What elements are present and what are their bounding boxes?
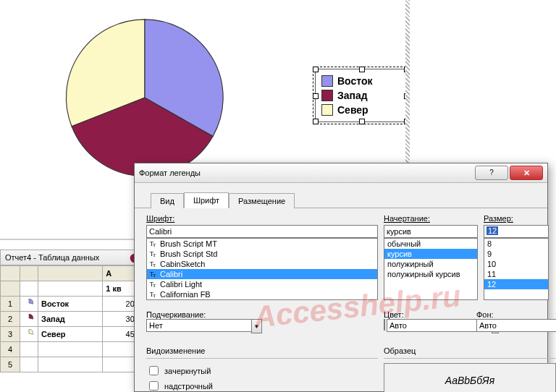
- datasheet[interactable]: Отчет4 - Таблица данных A 1 кв 1Восток20…: [0, 250, 145, 372]
- tab-view[interactable]: Вид: [151, 193, 184, 208]
- color-group: Цвет: ▼: [384, 310, 471, 333]
- cell[interactable]: [20, 357, 38, 372]
- list-item[interactable]: TTCabinSketch: [147, 259, 377, 269]
- row-header[interactable]: 5: [1, 357, 20, 372]
- table-row[interactable]: 2Запад30,6: [1, 312, 145, 327]
- close-button[interactable]: ✕: [510, 166, 543, 180]
- list-item[interactable]: 9: [484, 249, 548, 259]
- row-header[interactable]: 1: [1, 297, 20, 312]
- legend-swatch: [321, 104, 333, 116]
- dialog-titlebar[interactable]: Формат легенды ? ✕: [135, 163, 547, 183]
- font-label: Шрифт:: [146, 214, 378, 223]
- table-row[interactable]: 5: [1, 357, 145, 372]
- font-listbox[interactable]: TTBrush Script MTTTBrush Script StdTTCab…: [146, 238, 378, 300]
- list-item[interactable]: курсив: [384, 249, 477, 259]
- svg-text:T: T: [153, 263, 156, 268]
- resize-handle[interactable]: [359, 119, 365, 124]
- underline-value[interactable]: [146, 319, 251, 332]
- legend-label: Запад: [337, 90, 368, 101]
- table-row[interactable]: 4: [1, 342, 145, 357]
- size-label: Размер:: [484, 214, 549, 223]
- cell[interactable]: [38, 281, 103, 297]
- series-label-cell[interactable]: Восток: [38, 297, 103, 312]
- underline-group: Подчеркивание: ▼: [146, 310, 378, 333]
- background-label: Фон:: [476, 310, 494, 319]
- datasheet-title: Отчет4 - Таблица данных: [0, 250, 145, 265]
- size-column: Размер: 12 89101112: [484, 214, 549, 300]
- cell[interactable]: [38, 342, 103, 357]
- cell[interactable]: [20, 342, 38, 357]
- list-item[interactable]: TTCalibri: [147, 269, 377, 279]
- strike-checkbox[interactable]: зачеркнутый: [146, 363, 378, 378]
- sample-preview: АаВbБбЯя: [384, 363, 556, 392]
- svg-text:T: T: [153, 273, 156, 278]
- list-item[interactable]: полужирный: [384, 259, 477, 269]
- list-item[interactable]: 12: [484, 279, 548, 289]
- underline-label: Подчеркивание:: [146, 310, 206, 319]
- header-icon-cell[interactable]: [20, 266, 38, 281]
- tab-placement[interactable]: Размещение: [229, 193, 295, 208]
- help-button[interactable]: ?: [475, 166, 508, 180]
- size-listbox[interactable]: 89101112: [484, 238, 549, 300]
- series-color-icon[interactable]: [20, 297, 38, 312]
- list-item[interactable]: TTCalifornian FB: [147, 289, 377, 299]
- color-label: Цвет:: [384, 310, 404, 319]
- resize-handle[interactable]: [359, 67, 365, 72]
- format-legend-dialog: Формат легенды ? ✕ Вид Шрифт Размещение …: [134, 163, 548, 392]
- legend-item[interactable]: Север: [321, 103, 401, 117]
- resize-handle[interactable]: [404, 119, 410, 124]
- tab-font[interactable]: Шрифт: [184, 192, 229, 208]
- dialog-title: Формат легенды: [139, 169, 473, 177]
- series-label-cell[interactable]: Север: [38, 327, 103, 342]
- series-label-cell[interactable]: Запад: [38, 312, 103, 327]
- series-color-icon[interactable]: [20, 312, 38, 327]
- size-input[interactable]: 12: [484, 225, 549, 238]
- svg-text:T: T: [153, 293, 156, 298]
- font-column: Шрифт: TTBrush Script MTTTBrush Script S…: [146, 214, 378, 300]
- table-row[interactable]: 1Восток20,4: [1, 297, 145, 312]
- style-input[interactable]: [384, 225, 478, 238]
- style-column: Начертание: обычныйкурсивполужирныйполуж…: [384, 214, 478, 300]
- color-swatch: [384, 319, 385, 331]
- chart-legend[interactable]: Восток Запад Север: [315, 69, 408, 122]
- resize-handle[interactable]: [404, 93, 410, 99]
- dropdown-icon[interactable]: ▼: [251, 319, 262, 333]
- effects-label: Видоизменение: [146, 346, 378, 355]
- cell[interactable]: [20, 281, 38, 297]
- resize-handle[interactable]: [313, 67, 319, 72]
- table-row[interactable]: 3Север45,9: [1, 327, 145, 342]
- background-value[interactable]: [476, 319, 556, 332]
- cell[interactable]: [38, 357, 103, 372]
- underline-combo[interactable]: ▼: [146, 319, 262, 333]
- background-combo[interactable]: ▼: [476, 319, 556, 333]
- list-item[interactable]: TTCalibri Light: [147, 279, 377, 289]
- legend-item[interactable]: Запад: [321, 88, 401, 103]
- style-listbox[interactable]: обычныйкурсивполужирныйполужирный курсив: [384, 238, 478, 300]
- svg-text:T: T: [153, 283, 156, 288]
- col-header[interactable]: [38, 266, 103, 281]
- row-header[interactable]: 4: [1, 342, 20, 357]
- list-item[interactable]: 10: [484, 259, 548, 269]
- font-input[interactable]: [146, 225, 378, 238]
- list-item[interactable]: TTBrush Script MT: [147, 239, 377, 249]
- corner-cell[interactable]: [1, 266, 20, 281]
- pie-chart[interactable]: [62, 14, 228, 181]
- resize-handle[interactable]: [313, 93, 319, 99]
- list-item[interactable]: TTBrush Script Std: [147, 249, 377, 259]
- list-item[interactable]: 11: [484, 269, 548, 279]
- legend-swatch: [321, 75, 333, 87]
- resize-handle[interactable]: [404, 67, 410, 72]
- legend-item[interactable]: Восток: [321, 74, 401, 88]
- superscript-checkbox[interactable]: надстрочный: [146, 378, 378, 392]
- dialog-tabs: Вид Шрифт Размещение: [135, 183, 547, 208]
- row-header[interactable]: 2: [1, 312, 20, 327]
- list-item[interactable]: 8: [484, 239, 548, 249]
- list-item[interactable]: обычный: [384, 239, 477, 249]
- resize-handle[interactable]: [313, 119, 319, 124]
- list-item[interactable]: полужирный курсив: [384, 269, 477, 279]
- row-header[interactable]: [1, 281, 20, 297]
- row-header[interactable]: 3: [1, 327, 20, 342]
- series-color-icon[interactable]: [20, 327, 38, 342]
- color-combo[interactable]: ▼: [384, 319, 471, 333]
- legend-swatch: [321, 90, 333, 101]
